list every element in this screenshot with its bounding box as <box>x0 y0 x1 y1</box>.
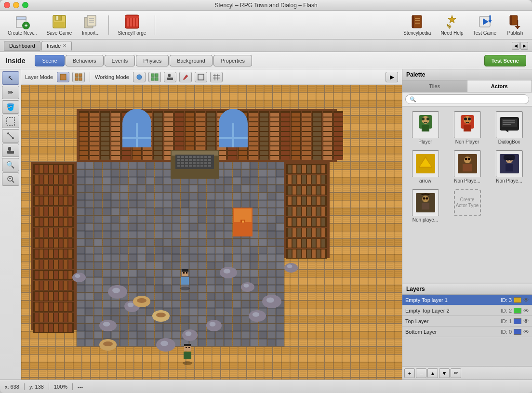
create-new-button[interactable]: + Create New... <box>5 12 40 38</box>
add-layer-button[interactable]: + <box>404 368 415 378</box>
working-mode-view[interactable] <box>133 72 146 82</box>
palette-search-input[interactable] <box>405 94 529 104</box>
svg-rect-45 <box>79 78 82 80</box>
properties-tab[interactable]: Properties <box>213 55 252 66</box>
test-game-label: Test Game <box>473 30 496 36</box>
minimize-button[interactable] <box>13 2 19 8</box>
svg-rect-84 <box>505 164 513 171</box>
layers-section: Layers Empty Top layer 1ID: 3👁Empty Top … <box>402 283 532 380</box>
remove-layer-button[interactable]: – <box>416 368 426 378</box>
svg-rect-6 <box>56 16 58 20</box>
play-button[interactable]: ▶ <box>386 72 398 82</box>
tab-inside[interactable]: Inside ✕ <box>41 41 72 51</box>
actor-item-npc4[interactable]: Non playe... <box>405 187 445 224</box>
layer-row-3[interactable]: Bottom LayerID: 0👁 <box>402 327 532 337</box>
working-mode-label: Working Mode <box>95 74 129 80</box>
actor-item-create[interactable]: Create Actor Type <box>447 187 487 224</box>
stencylpedia-button[interactable]: Stencylpedia <box>400 12 434 38</box>
zoom-out-tool[interactable] <box>2 172 19 186</box>
layer-visibility-2[interactable]: 👁 <box>523 318 529 325</box>
test-scene-button[interactable]: Test Scene <box>484 55 526 66</box>
actor-sprite-npc2 <box>454 150 481 177</box>
svg-rect-52 <box>167 78 173 80</box>
working-mode-paint[interactable] <box>179 72 192 82</box>
actor-tool[interactable] <box>2 144 19 157</box>
layer-mode-label: Layer Mode <box>25 74 53 80</box>
create-icon: + <box>14 14 30 29</box>
tab-close-button[interactable]: ✕ <box>63 43 66 48</box>
layer-visibility-1[interactable]: 👁 <box>523 307 529 314</box>
window-title: Stencyl – RPG Town and Dialog – Flash <box>214 2 317 9</box>
svg-rect-18 <box>125 16 139 18</box>
tab-dashboard[interactable]: Dashboard <box>4 41 40 51</box>
actor-name-dialog: DialogBox <box>498 139 520 144</box>
svg-rect-42 <box>75 74 78 77</box>
layer-row-2[interactable]: Top LayerID: 1👁 <box>402 316 532 327</box>
actor-name-player: Player <box>418 139 432 144</box>
import-label: Import... <box>82 30 100 36</box>
actor-item-npc2[interactable]: Non Playe... <box>447 148 487 185</box>
layer-settings-button[interactable]: ✏ <box>451 368 461 378</box>
actor-item-npc1[interactable]: Non Player <box>447 109 487 146</box>
physics-tab[interactable]: Physics <box>136 55 169 66</box>
scene-canvas[interactable] <box>21 85 402 380</box>
actor-item-npc3[interactable]: Non Playe... <box>489 148 529 185</box>
save-game-button[interactable]: Save Game <box>44 12 75 38</box>
stencylpedia-icon <box>410 14 425 29</box>
actor-item-dialog[interactable]: DialogBox <box>489 109 529 146</box>
scene-tab[interactable]: Scene <box>35 55 64 66</box>
right-panel: Palette Tiles Actors <box>402 69 532 380</box>
palette-grid: Player Non Player DialogBox <box>402 106 532 283</box>
layer-row-0[interactable]: Empty Top layer 1ID: 3👁 <box>402 295 532 305</box>
working-mode-actors[interactable] <box>164 72 176 82</box>
select-tool[interactable]: ↖ <box>2 71 19 85</box>
svg-point-87 <box>509 158 512 161</box>
stencylforge-button[interactable]: StencylForge <box>115 12 149 38</box>
titlebar: Stencyl – RPG Town and Dialog – Flash <box>0 0 532 11</box>
layer-row-1[interactable]: Empty Top Layer 2ID: 2👁 <box>402 305 532 316</box>
layer-color-3 <box>514 329 521 335</box>
actor-item-arrow[interactable]: arrow <box>405 148 445 185</box>
palette-tabs: Tiles Actors <box>402 80 532 92</box>
test-game-button[interactable]: Test Game <box>470 12 499 38</box>
create-actor-placeholder[interactable]: Create Actor Type <box>454 189 481 216</box>
actor-item-player[interactable]: Player <box>405 109 445 146</box>
fill-tool[interactable]: 🪣 <box>2 100 19 114</box>
palette-tab-actors[interactable]: Actors <box>467 80 532 92</box>
layer-mode-all[interactable] <box>72 72 85 82</box>
working-mode-tiles[interactable] <box>148 72 161 82</box>
layer-visibility-0[interactable]: 👁 <box>523 297 529 303</box>
actor-sprite-arrow <box>412 150 439 177</box>
svg-rect-47 <box>151 74 154 77</box>
working-mode-grid[interactable] <box>210 72 223 82</box>
nav-right-arrow[interactable]: ▶ <box>520 42 528 50</box>
layer-visibility-3[interactable]: 👁 <box>523 328 529 335</box>
move-layer-up-button[interactable]: ▲ <box>427 368 438 378</box>
publish-button[interactable]: Publish <box>503 12 527 38</box>
nav-left-arrow[interactable]: ◀ <box>512 42 519 50</box>
layer-mode-single[interactable] <box>57 72 69 82</box>
move-layer-down-button[interactable]: ▼ <box>439 368 450 378</box>
import-icon <box>83 14 98 29</box>
status-zoom: 100% <box>54 384 67 390</box>
actor-name-npc2: Non Playe... <box>454 178 480 183</box>
terrain-tool[interactable] <box>2 115 19 128</box>
layer-color-1 <box>514 308 521 314</box>
import-button[interactable]: Import... <box>79 12 103 38</box>
background-tab[interactable]: Background <box>170 55 213 66</box>
palette-tab-tiles[interactable]: Tiles <box>402 80 467 92</box>
svg-rect-60 <box>422 125 429 131</box>
toolbar-separator-2 <box>155 15 155 35</box>
events-tab[interactable]: Events <box>105 55 135 66</box>
need-help-button[interactable]: Need Help <box>438 12 466 38</box>
layer-id-1: ID: 2 <box>501 308 512 314</box>
test-game-icon <box>477 14 492 29</box>
line-tool[interactable] <box>2 129 19 143</box>
layers-header: Layers <box>402 283 532 295</box>
maximize-button[interactable] <box>22 2 28 8</box>
zoom-in-tool[interactable]: 🔍 <box>2 158 19 171</box>
working-mode-box[interactable] <box>195 72 207 82</box>
close-button[interactable] <box>4 2 10 8</box>
behaviors-tab[interactable]: Behaviors <box>66 55 104 66</box>
pencil-tool[interactable]: ✏ <box>2 86 19 99</box>
